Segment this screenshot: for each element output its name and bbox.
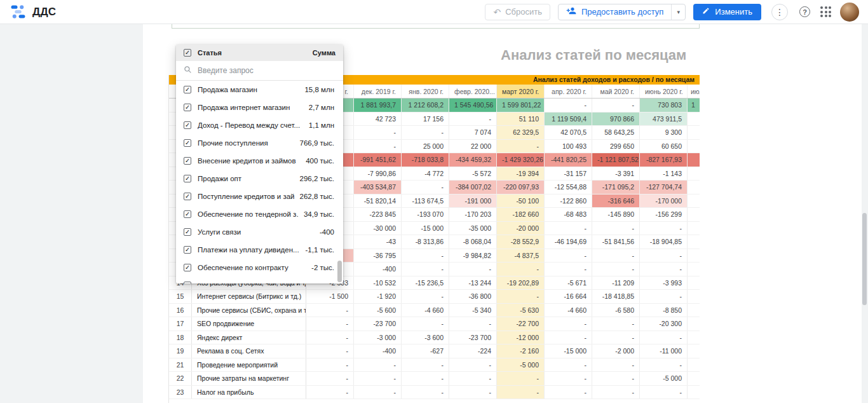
filter-item-value: 400 тыс.: [301, 157, 334, 165]
checkbox-checked-icon[interactable]: ✓: [184, 228, 191, 236]
column-header[interactable]: март 2020 г.: [497, 85, 545, 98]
article-filter-panel: ✓ Статья Сумма ✓Продажа магазин15,8 млн✓…: [176, 44, 343, 283]
checkbox-checked-icon[interactable]: ✓: [184, 104, 191, 111]
filter-panel-scrollbar[interactable]: [337, 261, 342, 282]
value-cell: -: [545, 331, 592, 345]
column-header[interactable]: июл. 2020 г.: [688, 85, 700, 98]
value-cell: -: [592, 359, 640, 372]
value-cell: 299 650: [592, 140, 640, 153]
checkbox-checked-icon[interactable]: ✓: [184, 121, 191, 129]
pencil-icon: [702, 7, 710, 17]
filter-item[interactable]: ✓Обеспечение по контракту-2 тыс.: [176, 259, 343, 277]
value-cell: [688, 181, 700, 194]
table-row: 17SEO продвижение--23 700---22 700---20 …: [169, 317, 700, 331]
filter-item-label: Платежи на уплату дивиден...: [198, 246, 299, 254]
value-cell: -: [592, 372, 640, 385]
value-cell: -: [497, 140, 545, 153]
filter-item[interactable]: ✓Услуги связи-400: [176, 223, 343, 241]
reset-button[interactable]: ↶ Сбросить: [485, 4, 550, 20]
value-cell: 473 911,5: [640, 113, 688, 126]
value-cell: [688, 126, 700, 139]
question-icon: ?: [803, 8, 807, 16]
filter-item[interactable]: ✓Обеспечение по тендерной з...34,9 тыс.: [176, 205, 343, 223]
filter-panel-header: ✓ Статья Сумма: [176, 44, 343, 61]
value-cell: -: [592, 99, 640, 112]
value-cell: -5 000: [640, 372, 688, 385]
row-article-name: Проведение мероприятий: [192, 359, 306, 372]
checkbox-checked-icon[interactable]: ✓: [184, 139, 191, 147]
checkbox-checked-icon[interactable]: ✓: [184, 86, 191, 93]
value-cell: -: [545, 249, 592, 263]
column-header[interactable]: дек. 2019 г.: [354, 85, 402, 98]
value-cell: -7 990,86: [354, 167, 402, 181]
value-cell: -: [306, 317, 354, 331]
column-header[interactable]: февр. 2020...: [449, 85, 497, 98]
filter-item[interactable]: ✓Доход - Перевод между счет...1,1 млн: [176, 116, 343, 134]
checkbox-checked-icon[interactable]: ✓: [184, 175, 191, 182]
column-header[interactable]: янв. 2020 г.: [402, 85, 449, 98]
value-cell: -: [592, 249, 640, 263]
filter-item[interactable]: ✓Поступление кредитов и зай...262,8 тыс.: [176, 188, 343, 205]
share-button[interactable]: Предоставить доступ ▾: [558, 4, 686, 20]
value-cell: -4 660: [545, 304, 592, 317]
filter-item-label: Продажа магазин: [198, 86, 257, 93]
filter-item-value: -400: [315, 228, 334, 236]
value-cell: -: [449, 372, 497, 385]
checkbox-checked-icon[interactable]: ✓: [184, 264, 191, 271]
value-cell: -145 890: [592, 208, 640, 221]
value-cell: -: [497, 372, 545, 385]
value-cell: [688, 208, 700, 221]
value-cell: -3 391: [592, 167, 640, 181]
row-number: 15: [169, 290, 192, 303]
value-cell: -11 000: [640, 345, 688, 358]
column-header[interactable]: май 2020 г.: [592, 85, 640, 98]
filter-item[interactable]: ✓Продажи опт296,2 тыс.: [176, 170, 343, 188]
filter-item-list: ✓Продажа магазин15,8 млн✓Продажа интерне…: [176, 81, 343, 283]
value-cell: -827 167,93: [640, 153, 688, 167]
value-cell: -: [306, 359, 354, 372]
value-cell: -19 202,89: [497, 277, 545, 290]
filter-item[interactable]: ✓Внесение кредитов и займов400 тыс.: [176, 152, 343, 170]
filter-item[interactable]: ✓Платежи на уплату дивиден...-1,1 тыс.: [176, 241, 343, 259]
filter-item[interactable]: ✓Продажа магазин15,8 млн: [176, 81, 343, 99]
value-cell: -: [640, 263, 688, 276]
value-cell: -5 671: [545, 277, 592, 290]
column-header[interactable]: апр. 2020 г.: [545, 85, 592, 98]
value-cell: 58 643,25: [592, 126, 640, 139]
value-cell: -11 209: [592, 277, 640, 290]
checkbox-checked-icon[interactable]: ✓: [184, 282, 191, 283]
column-header[interactable]: июнь 2020 г.: [640, 85, 688, 98]
filter-search-input[interactable]: [198, 66, 336, 75]
checkbox-checked-icon[interactable]: ✓: [184, 157, 191, 165]
value-cell: -: [545, 359, 592, 372]
value-cell: -403 534,87: [354, 181, 402, 194]
checkbox-checked-icon[interactable]: ✓: [184, 193, 191, 200]
row-article-name: Налог на прибыль: [192, 386, 306, 399]
value-cell: -: [306, 386, 354, 399]
user-avatar[interactable]: [840, 3, 859, 22]
edit-button[interactable]: Изменить: [693, 4, 761, 20]
value-cell: -3 993: [640, 277, 688, 290]
value-cell: -: [640, 359, 688, 372]
checkbox-checked-icon[interactable]: ✓: [184, 246, 191, 254]
filter-item[interactable]: ✓Продажа интернет магазин2,7 млн: [176, 99, 343, 116]
page-scrollbar[interactable]: [862, 213, 867, 305]
apps-grid-button[interactable]: [820, 6, 831, 17]
more-options-button[interactable]: ⋮: [771, 4, 788, 20]
value-cell: -156 299: [640, 208, 688, 221]
help-button[interactable]: ?: [799, 6, 810, 17]
value-cell: -20 000: [497, 222, 545, 235]
value-cell: -8 850: [640, 304, 688, 317]
filter-item[interactable]: ✓: [176, 277, 343, 283]
checkbox-checked-icon[interactable]: ✓: [184, 210, 191, 218]
value-cell: -170 203: [449, 208, 497, 221]
value-cell: -18 418,85: [592, 290, 640, 303]
filter-item[interactable]: ✓Прочие поступления766,9 тыс.: [176, 134, 343, 152]
report-title: ДДС: [32, 6, 56, 18]
share-dropdown-caret[interactable]: ▾: [671, 4, 685, 20]
share-button-main[interactable]: Предоставить доступ: [559, 4, 671, 20]
row-article-name: SEO продвижение: [192, 317, 306, 331]
value-cell: -13 244: [449, 277, 497, 290]
select-all-checkbox[interactable]: ✓: [184, 49, 191, 57]
value-cell: -193 070: [402, 208, 449, 221]
